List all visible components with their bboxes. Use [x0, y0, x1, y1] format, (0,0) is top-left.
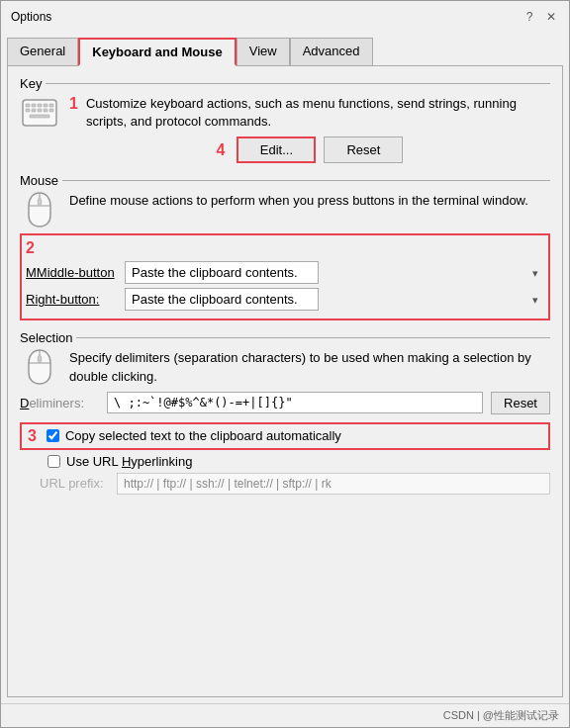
tab-bar: General Keyboard and Mouse View Advanced	[1, 31, 569, 65]
svg-rect-7	[32, 109, 36, 112]
right-button-select-wrapper: Paste the clipboard contents.	[125, 288, 544, 311]
delimiter-reset-button[interactable]: Reset	[491, 392, 550, 414]
svg-rect-4	[44, 104, 48, 107]
key-description: Customize keyboard actions, such as menu…	[86, 95, 550, 131]
svg-rect-1	[26, 104, 30, 107]
mouse-icon	[20, 192, 59, 228]
close-button[interactable]: ✕	[541, 7, 561, 27]
options-window: Options ? ✕ General Keyboard and Mouse V…	[0, 0, 570, 728]
middle-button-row: MMiddle-button Paste the clipboard conte…	[26, 261, 544, 284]
url-prefix-input[interactable]	[117, 473, 550, 495]
tab-keyboard-mouse[interactable]: Keyboard and Mouse	[78, 38, 236, 66]
svg-rect-6	[26, 109, 30, 112]
tab-advanced[interactable]: Advanced	[290, 38, 373, 66]
bottom-bar-text: CSDN | @性能测试记录	[443, 708, 559, 723]
key-section-label: Key	[20, 76, 550, 91]
selection-description: Specify delimiters (separation character…	[69, 350, 531, 383]
delimiter-input[interactable]	[107, 392, 483, 413]
copy-checkbox-row: 3 Copy selected text to the clipboard au…	[20, 422, 550, 450]
mouse-annotation: 2	[26, 239, 35, 257]
key-description-row: 1 Customize keyboard actions, such as me…	[20, 95, 550, 131]
selection-section-label: Selection	[20, 330, 550, 345]
svg-rect-11	[30, 115, 49, 118]
middle-button-label: MMiddle-button	[26, 265, 125, 280]
svg-rect-3	[38, 104, 42, 107]
key-button-row: 4 Edit... Reset	[20, 136, 550, 163]
url-prefix-label: URL prefix:	[40, 476, 109, 491]
svg-rect-5	[49, 104, 53, 107]
key-divider	[46, 83, 550, 84]
right-button-row: Right-button: Paste the clipboard conten…	[26, 288, 544, 311]
window-title: Options	[11, 10, 51, 24]
bottom-bar: CSDN | @性能测试记录	[1, 703, 569, 727]
selection-mouse-icon	[20, 349, 59, 385]
right-button-select[interactable]: Paste the clipboard contents.	[125, 288, 319, 311]
svg-rect-10	[49, 109, 53, 112]
title-bar: Options ? ✕	[1, 1, 569, 31]
content-area: Key	[7, 65, 563, 697]
url-prefix-row: URL prefix:	[20, 473, 550, 495]
mouse-section-label: Mouse	[20, 173, 550, 188]
svg-point-17	[38, 355, 42, 363]
middle-button-select[interactable]: Paste the clipboard contents.	[125, 261, 319, 284]
tab-view[interactable]: View	[237, 38, 290, 66]
svg-rect-2	[32, 104, 36, 107]
selection-section: Selection Specify delimiters (separation…	[20, 330, 550, 494]
mouse-description-row: Define mouse actions to perform when you…	[20, 192, 550, 228]
keyboard-icon	[20, 95, 59, 131]
mouse-description: Define mouse actions to perform when you…	[69, 193, 528, 208]
copy-checkbox[interactable]	[47, 429, 59, 442]
delimiter-label: Deliminers:	[20, 396, 99, 410]
edit-button[interactable]: Edit...	[237, 136, 316, 163]
copy-checkbox-label: Copy selected text to the clipboard auto…	[65, 428, 341, 443]
delimiter-row: Deliminers: Reset	[20, 392, 550, 414]
selection-description-row: Specify delimiters (separation character…	[20, 349, 550, 385]
help-button[interactable]: ?	[520, 7, 539, 27]
url-checkbox-row: Use URL Hyperlinking	[20, 454, 550, 469]
selection-divider	[76, 337, 550, 338]
key-section: Key	[20, 76, 550, 163]
right-button-label: Right-button:	[26, 292, 125, 307]
key-reset-button[interactable]: Reset	[324, 136, 403, 163]
key-annotation: 1	[69, 95, 78, 113]
url-checkbox-label: Use URL Hyperlinking	[66, 454, 192, 469]
middle-button-select-wrapper: Paste the clipboard contents.	[125, 261, 544, 284]
mouse-dropdowns: 2 MMiddle-button Paste the clipboard con…	[20, 233, 550, 320]
url-checkbox[interactable]	[48, 455, 60, 468]
svg-rect-8	[38, 109, 42, 112]
mouse-section: Mouse Define mouse actions to perform wh…	[20, 173, 550, 320]
selection-annotation: 3	[28, 427, 37, 445]
mouse-divider	[62, 180, 550, 181]
key-annotation2: 4	[217, 136, 226, 163]
title-bar-right: ? ✕	[520, 7, 561, 27]
svg-point-14	[38, 198, 42, 206]
title-bar-left: Options	[11, 10, 51, 24]
svg-rect-9	[44, 109, 48, 112]
tab-general[interactable]: General	[7, 38, 78, 66]
